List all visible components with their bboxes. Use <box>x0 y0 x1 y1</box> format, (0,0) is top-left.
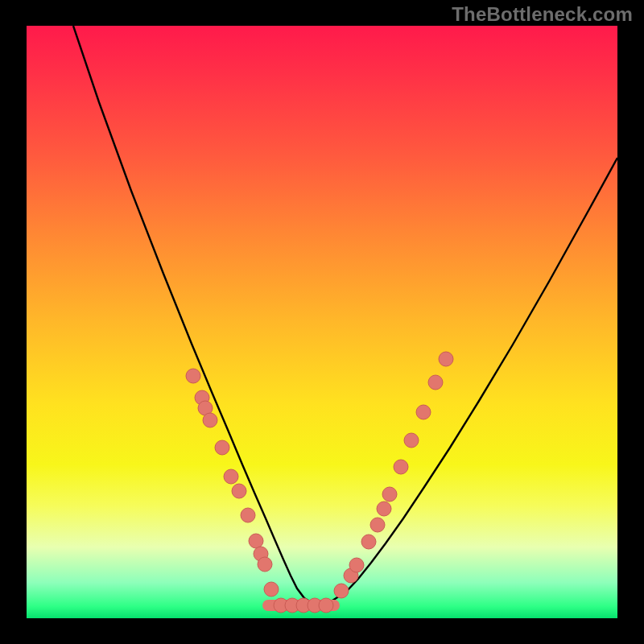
data-point <box>349 558 364 572</box>
data-points <box>186 352 453 613</box>
data-point <box>382 487 397 502</box>
data-point <box>224 469 238 484</box>
chart-svg <box>27 26 617 618</box>
data-point <box>249 534 263 548</box>
chart-frame: TheBottleneck.com <box>0 0 644 644</box>
data-point <box>186 369 200 383</box>
data-point <box>377 502 391 516</box>
data-point <box>416 405 431 419</box>
plot-area <box>27 26 617 618</box>
watermark-text: TheBottleneck.com <box>452 3 633 26</box>
data-point <box>428 375 443 390</box>
data-point <box>394 460 408 474</box>
data-point <box>334 584 349 598</box>
data-point <box>404 433 419 448</box>
data-point <box>241 508 255 522</box>
data-point <box>361 535 376 549</box>
data-point <box>232 484 246 498</box>
data-point <box>319 598 333 613</box>
data-point <box>215 440 229 455</box>
data-point <box>203 413 217 427</box>
data-point <box>370 518 385 532</box>
data-point <box>258 557 272 572</box>
data-point <box>264 582 279 597</box>
data-point <box>439 352 453 366</box>
bottleneck-curve <box>73 26 617 604</box>
